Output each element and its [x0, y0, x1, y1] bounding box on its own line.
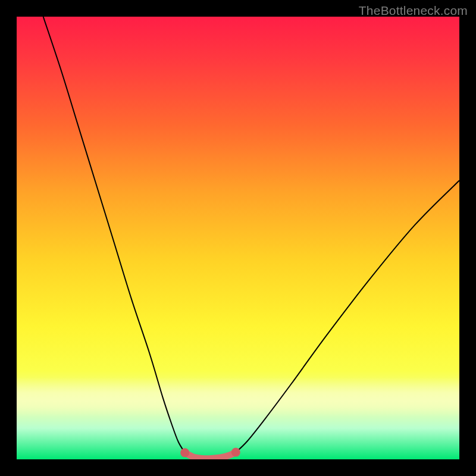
curve-layer — [17, 17, 459, 459]
trough-start-dot — [180, 448, 189, 457]
chart-frame: TheBottleneck.com — [0, 0, 476, 476]
watermark-text: TheBottleneck.com — [359, 4, 468, 18]
right-curve — [236, 180, 459, 452]
left-curve — [43, 17, 185, 453]
curve-group — [43, 17, 459, 459]
trough-segment — [185, 452, 236, 459]
plot-area — [17, 17, 459, 459]
trough-end-dot — [231, 448, 240, 457]
